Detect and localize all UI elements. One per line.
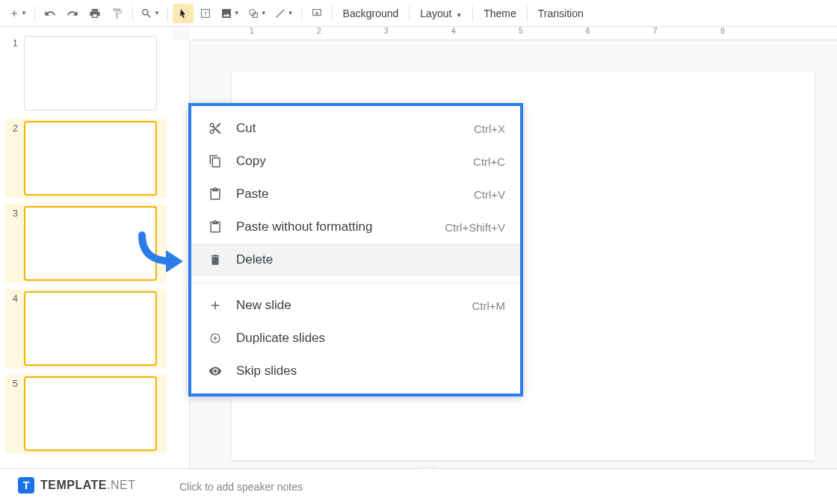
menu-shortcut: Ctrl+Shift+V bbox=[445, 221, 505, 234]
slide-thumbnail-1[interactable]: 1 bbox=[7, 36, 164, 111]
slide-thumbnail-5[interactable]: 5 bbox=[5, 374, 167, 453]
ruler-tick: 5 bbox=[519, 27, 523, 35]
watermark-brand: TEMPLATE bbox=[40, 479, 107, 491]
undo-button[interactable] bbox=[40, 4, 61, 23]
undo-icon bbox=[44, 7, 56, 19]
paint-roller-icon bbox=[111, 7, 123, 19]
menu-separator bbox=[191, 282, 520, 283]
slide-number: 2 bbox=[7, 121, 18, 196]
copy-icon bbox=[206, 155, 224, 168]
zoom-icon bbox=[140, 7, 152, 19]
clipboard-plain-icon bbox=[206, 220, 224, 234]
image-icon bbox=[220, 7, 232, 19]
shape-button[interactable]: ▼ bbox=[244, 4, 270, 23]
slide-thumbnail-4[interactable]: 4 bbox=[5, 289, 167, 368]
ruler-tick: 7 bbox=[653, 27, 658, 35]
slide-number: 5 bbox=[7, 376, 18, 451]
menu-cut[interactable]: Cut Ctrl+X bbox=[191, 112, 520, 145]
plus-icon bbox=[206, 299, 224, 312]
menu-label: Duplicate slides bbox=[236, 331, 505, 346]
menu-paste[interactable]: Paste Ctrl+V bbox=[191, 178, 520, 211]
slide-preview bbox=[24, 376, 157, 451]
separator bbox=[167, 6, 168, 21]
ruler-tick: 1 bbox=[250, 27, 254, 35]
slide-preview bbox=[24, 291, 157, 366]
menu-label: Delete bbox=[236, 252, 505, 267]
select-tool-button[interactable] bbox=[173, 4, 194, 23]
layout-label: Layout bbox=[420, 7, 451, 19]
menu-label: Paste bbox=[236, 187, 474, 202]
watermark-tld: .NET bbox=[107, 479, 135, 491]
menu-delete[interactable]: Delete bbox=[191, 243, 520, 276]
menu-label: Skip slides bbox=[236, 364, 505, 379]
scissors-icon bbox=[206, 122, 224, 135]
slide-preview bbox=[24, 36, 157, 111]
new-slide-button[interactable]: ▼ bbox=[6, 4, 30, 23]
menu-label: Copy bbox=[236, 154, 473, 169]
line-icon bbox=[274, 7, 286, 19]
textbox-icon: T bbox=[200, 7, 211, 19]
separator bbox=[409, 6, 410, 21]
slide-thumbnail-2[interactable]: 2 bbox=[5, 119, 167, 198]
svg-point-1 bbox=[249, 9, 255, 15]
layout-button[interactable]: Layout ▼ bbox=[414, 7, 468, 19]
duplicate-icon bbox=[206, 332, 224, 345]
menu-label: Paste without formatting bbox=[236, 220, 445, 234]
context-menu: Cut Ctrl+X Copy Ctrl+C Paste Ctrl+V Past… bbox=[188, 103, 523, 396]
slide-preview bbox=[24, 121, 157, 196]
watermark: T TEMPLATE.NET bbox=[18, 477, 135, 494]
transition-button[interactable]: Transition bbox=[532, 7, 590, 19]
separator bbox=[132, 6, 133, 21]
ruler-tick: 4 bbox=[451, 27, 456, 35]
chevron-down-icon: ▼ bbox=[234, 10, 240, 16]
menu-skip-slides[interactable]: Skip slides bbox=[191, 355, 520, 388]
horizontal-ruler: 1 2 3 4 5 6 7 8 bbox=[190, 27, 837, 40]
eye-icon bbox=[206, 364, 224, 378]
svg-text:T: T bbox=[204, 10, 208, 16]
menu-shortcut: Ctrl+X bbox=[474, 122, 505, 135]
toolbar: ▼ ▼ T ▼ ▼ ▼ Background Layout ▼ Th bbox=[0, 0, 837, 27]
separator bbox=[332, 6, 333, 21]
menu-label: New slide bbox=[236, 298, 472, 313]
separator bbox=[301, 6, 302, 21]
shape-icon bbox=[247, 7, 259, 19]
cursor-icon bbox=[178, 8, 188, 19]
chevron-down-icon: ▼ bbox=[288, 10, 294, 16]
image-button[interactable]: ▼ bbox=[217, 4, 243, 23]
paint-format-button[interactable] bbox=[107, 4, 128, 23]
menu-shortcut: Ctrl+V bbox=[474, 188, 505, 201]
print-button[interactable] bbox=[84, 4, 105, 23]
redo-button[interactable] bbox=[62, 4, 83, 23]
separator bbox=[527, 6, 528, 21]
trash-icon bbox=[206, 253, 224, 267]
comment-button[interactable] bbox=[306, 4, 327, 23]
zoom-button[interactable]: ▼ bbox=[138, 4, 163, 23]
template-logo-icon: T bbox=[18, 477, 34, 494]
ruler-tick: 2 bbox=[317, 27, 321, 35]
clipboard-icon bbox=[206, 187, 224, 201]
arrow-annotation bbox=[135, 231, 194, 276]
menu-new-slide[interactable]: New slide Ctrl+M bbox=[191, 289, 520, 322]
chevron-down-icon: ▼ bbox=[21, 10, 27, 16]
chevron-down-icon: ▼ bbox=[456, 12, 462, 19]
menu-shortcut: Ctrl+C bbox=[473, 155, 505, 168]
slide-number: 4 bbox=[7, 291, 18, 366]
theme-button[interactable]: Theme bbox=[478, 7, 522, 19]
slide-number: 3 bbox=[7, 206, 18, 281]
speaker-notes-placeholder: Click to add speaker notes bbox=[179, 481, 303, 493]
redo-icon bbox=[67, 7, 78, 19]
line-button[interactable]: ▼ bbox=[271, 4, 297, 23]
chevron-down-icon: ▼ bbox=[261, 10, 267, 16]
menu-label: Cut bbox=[236, 121, 474, 136]
slide-number: 1 bbox=[7, 36, 18, 111]
menu-copy[interactable]: Copy Ctrl+C bbox=[191, 145, 520, 178]
comment-icon bbox=[311, 7, 323, 19]
textbox-button[interactable]: T bbox=[195, 4, 216, 23]
menu-paste-without-formatting[interactable]: Paste without formatting Ctrl+Shift+V bbox=[191, 211, 520, 243]
menu-duplicate-slides[interactable]: Duplicate slides bbox=[191, 322, 520, 355]
background-button[interactable]: Background bbox=[337, 7, 405, 19]
ruler-tick: 8 bbox=[720, 27, 725, 35]
print-icon bbox=[89, 7, 101, 19]
plus-icon bbox=[9, 8, 19, 19]
watermark-text: TEMPLATE.NET bbox=[40, 479, 135, 492]
